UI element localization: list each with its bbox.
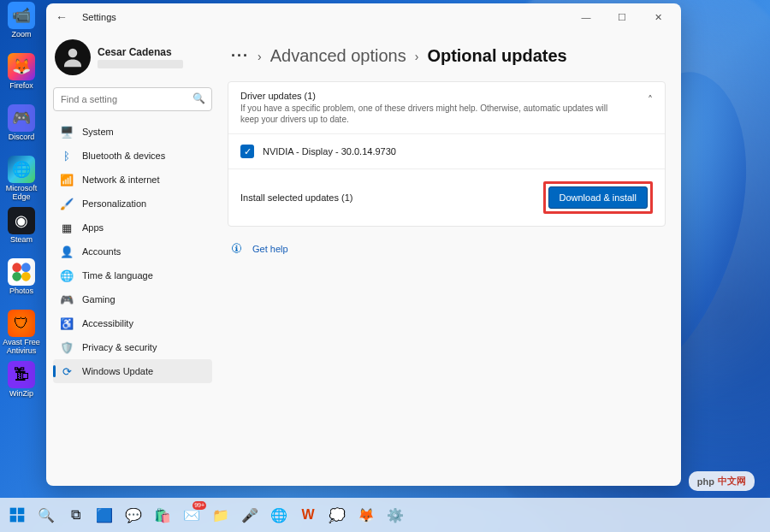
sidebar-item-accessibility[interactable]: ♿Accessibility — [53, 311, 212, 335]
sidebar-item-gaming[interactable]: 🎮Gaming — [53, 287, 212, 311]
sidebar-item-apps[interactable]: ▦Apps — [53, 216, 212, 239]
desktop-icon-label: WinZip — [0, 390, 43, 399]
window-title: Settings — [82, 12, 116, 22]
sidebar-item-label: Network & internet — [82, 174, 159, 185]
svg-point-0 — [12, 263, 21, 272]
taskbar-settings[interactable]: ⚙️ — [383, 503, 407, 527]
svg-point-3 — [21, 272, 31, 281]
globe-icon: 🌐 — [60, 269, 74, 282]
sidebar-item-accounts[interactable]: 👤Accounts — [53, 239, 212, 263]
photos-icon — [8, 258, 35, 286]
sidebar-item-label: Privacy & security — [82, 342, 157, 352]
back-button[interactable]: ← — [51, 7, 72, 27]
avast-icon: 🛡 — [8, 310, 35, 337]
sidebar: Cesar Cadenas 🔍 🖥️System ᛒBluetooth & de… — [46, 31, 219, 486]
discord-icon: 🎮 — [8, 104, 35, 132]
wifi-icon: 📶 — [60, 173, 74, 186]
taskbar-chat[interactable]: 💬 — [121, 503, 145, 527]
desktop-icon-winzip[interactable]: 🗜WinZip — [2, 361, 41, 409]
driver-updates-card: Driver updates (1) If you have a specifi… — [228, 81, 666, 227]
desktop-icons: 📹Zoom 🦊Firefox 🎮Discord 🌐Microsoft Edge … — [2, 2, 44, 412]
svg-rect-7 — [10, 516, 17, 523]
person-icon: 👤 — [60, 245, 74, 258]
minimize-button[interactable]: — — [568, 5, 604, 29]
taskbar-store[interactable]: 🛍️ — [151, 503, 175, 527]
download-install-button[interactable]: Download & install — [548, 186, 649, 209]
desktop-icon-zoom[interactable]: 📹Zoom — [2, 2, 41, 50]
desktop-icon-photos[interactable]: Photos — [2, 258, 41, 306]
desktop-icon-steam[interactable]: ◉Steam — [2, 207, 41, 255]
avatar — [55, 39, 91, 75]
desktop-icon-discord[interactable]: 🎮Discord — [2, 104, 41, 152]
sidebar-item-privacy[interactable]: 🛡️Privacy & security — [53, 335, 212, 359]
winzip-icon: 🗜 — [8, 361, 35, 388]
taskbar-taskview[interactable]: ⧉ — [63, 503, 87, 527]
desktop-icon-firefox[interactable]: 🦊Firefox — [2, 53, 41, 101]
bluetooth-icon: ᛒ — [60, 149, 74, 163]
taskbar-search[interactable]: 🔍 — [34, 503, 58, 527]
desktop-icon-avast[interactable]: 🛡Avast Free Antivirus — [2, 310, 41, 358]
sidebar-item-label: Gaming — [82, 294, 116, 304]
breadcrumb-parent[interactable]: Advanced options — [270, 46, 406, 66]
taskbar-explorer[interactable]: 📁 — [209, 503, 233, 527]
apps-icon: ▦ — [60, 221, 74, 234]
gaming-icon: 🎮 — [60, 293, 74, 306]
main-content: ··· › Advanced options › Optional update… — [219, 31, 681, 486]
chevron-right-icon: › — [258, 50, 262, 63]
desktop-icon-label: Discord — [0, 133, 43, 142]
sidebar-item-system[interactable]: 🖥️System — [53, 120, 212, 144]
breadcrumb: ··· › Advanced options › Optional update… — [231, 46, 666, 66]
nav-list: 🖥️System ᛒBluetooth & devices 📶Network &… — [53, 120, 212, 479]
sidebar-item-label: Bluetooth & devices — [82, 151, 165, 161]
card-subtitle: If you have a specific problem, one of t… — [240, 103, 617, 125]
svg-rect-8 — [18, 516, 25, 523]
get-help-link[interactable]: 🛈 Get help — [231, 242, 666, 255]
sidebar-item-network[interactable]: 📶Network & internet — [53, 168, 212, 192]
taskbar-widgets[interactable]: 🟦 — [92, 503, 116, 527]
search-input[interactable] — [53, 87, 212, 111]
titlebar: ← Settings — ☐ ✕ — [46, 3, 681, 31]
sidebar-item-label: Accessibility — [82, 318, 133, 328]
sidebar-item-label: Accounts — [82, 246, 121, 257]
firefox-icon: 🦊 — [8, 53, 35, 80]
card-title: Driver updates (1) — [240, 91, 653, 101]
taskbar-mail[interactable]: ✉️ — [180, 503, 204, 527]
svg-rect-6 — [18, 508, 25, 515]
sidebar-item-windows-update[interactable]: ⟳Windows Update — [53, 359, 212, 383]
update-icon: ⟳ — [60, 364, 74, 378]
close-button[interactable]: ✕ — [640, 5, 676, 29]
chevron-up-icon[interactable]: ˄ — [648, 94, 653, 106]
search-container: 🔍 — [53, 87, 212, 111]
system-icon: 🖥️ — [60, 125, 74, 139]
page-title: Optional updates — [427, 46, 566, 66]
taskbar-office[interactable]: W — [296, 503, 320, 527]
desktop-icon-label: Avast Free Antivirus — [0, 339, 43, 356]
taskbar-firefox[interactable]: 🦊 — [354, 503, 378, 527]
update-item-row[interactable]: ✓ NVIDIA - Display - 30.0.14.9730 — [228, 133, 665, 168]
desktop-icon-edge[interactable]: 🌐Microsoft Edge — [2, 156, 41, 204]
start-button[interactable] — [5, 503, 29, 527]
help-icon: 🛈 — [231, 242, 242, 255]
profile-name: Cesar Cadenas — [98, 46, 183, 58]
chevron-right-icon: › — [415, 50, 419, 63]
sidebar-item-bluetooth[interactable]: ᛒBluetooth & devices — [53, 144, 212, 168]
svg-point-1 — [21, 263, 31, 272]
watermark-text: 中文网 — [718, 475, 746, 488]
taskbar-voice[interactable]: 🎤 — [238, 503, 262, 527]
taskbar: 🔍 ⧉ 🟦 💬 🛍️ ✉️ 📁 🎤 🌐 W 💭 🦊 ⚙️ — [0, 498, 770, 532]
profile-block[interactable]: Cesar Cadenas — [53, 36, 212, 84]
breadcrumb-more[interactable]: ··· — [231, 47, 249, 65]
checkbox-checked[interactable]: ✓ — [240, 145, 254, 158]
sidebar-item-time[interactable]: 🌐Time & language — [53, 263, 212, 287]
maximize-button[interactable]: ☐ — [604, 5, 640, 29]
card-action-row: Install selected updates (1) Download & … — [228, 168, 665, 226]
taskbar-discord[interactable]: 💭 — [325, 503, 349, 527]
card-header[interactable]: Driver updates (1) If you have a specifi… — [228, 82, 665, 133]
desktop-icon-label: Zoom — [0, 31, 43, 39]
update-item-label: NVIDIA - Display - 30.0.14.9730 — [263, 146, 396, 157]
steam-icon: ◉ — [8, 207, 35, 234]
desktop-icon-label: Steam — [0, 236, 43, 245]
taskbar-chrome[interactable]: 🌐 — [267, 503, 291, 527]
sidebar-item-personalization[interactable]: 🖌️Personalization — [53, 192, 212, 216]
watermark: php中文网 — [689, 471, 755, 491]
